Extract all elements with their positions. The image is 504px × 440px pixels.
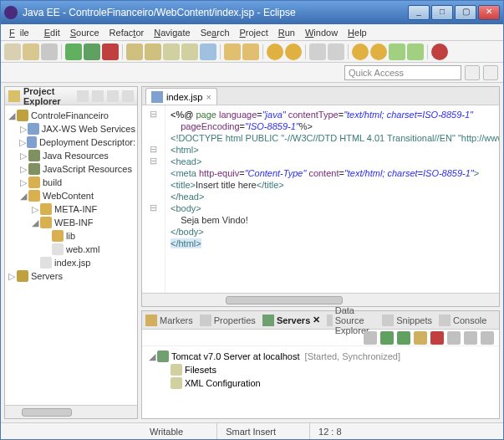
run-icon[interactable] xyxy=(65,43,82,60)
collapse-all-icon[interactable] xyxy=(77,90,89,102)
view-menu-icon[interactable] xyxy=(107,90,119,102)
tab-properties[interactable]: Properties xyxy=(200,315,256,326)
menu-project[interactable]: Project xyxy=(235,26,273,39)
terminate-icon[interactable] xyxy=(431,43,448,60)
editor-pane: index.jsp × ⊟ ⊟⊟ ⊟ <%@ page language="ja… xyxy=(141,86,500,307)
window-title: Java EE - ControleFinanceiro/WebContent/… xyxy=(23,7,406,18)
minimize-view-icon[interactable] xyxy=(122,90,134,102)
tab-markers[interactable]: Markers xyxy=(145,315,193,326)
server-name[interactable]: Tomcat v7.0 Server at localhost xyxy=(171,351,299,361)
server-clean-icon[interactable] xyxy=(464,331,477,345)
link-icon[interactable] xyxy=(328,43,344,60)
eclipse-icon xyxy=(4,6,18,19)
maximize-button[interactable]: ▢ xyxy=(455,5,476,20)
tree-webcontent[interactable]: WebContent xyxy=(43,191,94,201)
tree-jsres[interactable]: JavaScript Resources xyxy=(43,164,132,174)
menu-navigate[interactable]: Navigate xyxy=(149,26,195,39)
nav-back-icon[interactable] xyxy=(352,43,369,60)
new-project-icon[interactable] xyxy=(145,43,161,60)
editor-tab-label: index.jsp xyxy=(166,92,202,102)
tree-depdesc[interactable]: Deployment Descriptor: xyxy=(39,137,135,147)
editor-scrollbar[interactable] xyxy=(142,293,499,306)
new-icon[interactable] xyxy=(4,43,21,60)
tree-metainf[interactable]: META-INF xyxy=(54,204,97,214)
perspective-javaee-icon[interactable] xyxy=(483,65,498,80)
tree-servers[interactable]: Servers xyxy=(31,271,63,281)
tab-console[interactable]: Console xyxy=(439,315,486,326)
menubar: File Edit Source Refactor Navigate Searc… xyxy=(1,24,503,41)
server-debug-icon[interactable] xyxy=(397,331,410,345)
menu-source[interactable]: Source xyxy=(65,26,104,39)
tree-javares[interactable]: Java Resources xyxy=(43,151,109,161)
editor-tab-indexjsp[interactable]: index.jsp × xyxy=(145,88,217,105)
server-start-icon[interactable] xyxy=(380,331,394,345)
tree-webxml[interactable]: web.xml xyxy=(66,244,99,254)
stop-icon[interactable] xyxy=(102,43,119,60)
forward-icon[interactable] xyxy=(285,43,302,60)
eclipse-window: Java EE - ControleFinanceiro/WebContent/… xyxy=(0,0,504,440)
tree-jaxws[interactable]: JAX-WS Web Services xyxy=(42,124,135,134)
nav-fwd-icon[interactable] xyxy=(370,43,387,60)
server-stop-icon[interactable] xyxy=(430,331,444,345)
back-icon[interactable] xyxy=(267,43,283,60)
close-button[interactable]: ✕ xyxy=(478,5,500,20)
quick-access-input[interactable]: Quick Access xyxy=(344,65,461,80)
separator xyxy=(262,44,263,59)
tree-webinf[interactable]: WEB-INF xyxy=(54,217,93,228)
save-all-icon[interactable] xyxy=(41,43,58,60)
server-filesets[interactable]: Filesets xyxy=(185,365,216,375)
menu-edit[interactable]: Edit xyxy=(39,26,65,39)
project-explorer-header: Project Explorer xyxy=(5,87,137,105)
new-package-icon[interactable] xyxy=(181,43,198,60)
new-server-icon[interactable] xyxy=(126,43,143,60)
server-add-icon[interactable] xyxy=(481,331,494,345)
last-edit-icon[interactable] xyxy=(389,43,405,60)
minimize-button[interactable]: _ xyxy=(408,5,430,20)
next-edit-icon[interactable] xyxy=(407,43,424,60)
restore-button[interactable]: □ xyxy=(431,5,453,20)
link-editor-icon[interactable] xyxy=(92,90,104,102)
tab-snippets[interactable]: Snippets xyxy=(382,315,432,326)
tree-project[interactable]: ControleFinanceiro xyxy=(31,110,109,120)
debug-icon[interactable] xyxy=(84,43,100,60)
tree-lib[interactable]: lib xyxy=(66,231,75,241)
status-pos: 12 : 8 xyxy=(309,423,350,439)
menu-window[interactable]: Window xyxy=(300,26,343,39)
menu-file[interactable]: File xyxy=(4,26,39,39)
separator xyxy=(348,44,349,59)
editor-body[interactable]: ⊟ ⊟⊟ ⊟ <%@ page language="java" contentT… xyxy=(142,105,499,293)
project-tree[interactable]: ◢ControleFinanceiro ▷JAX-WS Web Services… xyxy=(5,105,137,405)
tree-build[interactable]: build xyxy=(43,177,62,187)
menu-search[interactable]: Search xyxy=(196,26,235,39)
server-profile-icon[interactable] xyxy=(414,331,427,345)
server-new-icon[interactable] xyxy=(364,331,377,345)
code-area[interactable]: <%@ page language="java" contentType="te… xyxy=(165,105,499,293)
menu-refactor[interactable]: Refactor xyxy=(104,26,150,39)
save-icon[interactable] xyxy=(23,43,39,60)
status-insert: Smart Insert xyxy=(216,423,284,439)
perspective-open-icon[interactable] xyxy=(465,65,480,80)
server-publish-icon[interactable] xyxy=(447,331,461,345)
search-icon[interactable] xyxy=(224,43,241,60)
servers-tree[interactable]: ◢Tomcat v7.0 Server at localhost [Starte… xyxy=(142,346,499,418)
menu-help[interactable]: Help xyxy=(343,26,372,39)
titlebar[interactable]: Java EE - ControleFinanceiro/WebContent/… xyxy=(1,1,503,24)
server-xmlconfig[interactable]: XML Configuration xyxy=(185,378,261,388)
servers-toolbar xyxy=(142,330,499,346)
quick-access-bar: Quick Access xyxy=(1,63,503,83)
sidebar-scrollbar[interactable] xyxy=(5,405,137,418)
status-bar: Writable Smart Insert 12 : 8 xyxy=(1,422,503,439)
pin-icon[interactable] xyxy=(309,43,326,60)
server-status: [Started, Synchronized] xyxy=(305,351,400,361)
menu-run[interactable]: Run xyxy=(273,26,300,39)
close-tab-icon[interactable]: × xyxy=(206,92,211,102)
separator xyxy=(427,44,428,59)
project-explorer-icon xyxy=(8,90,20,102)
tree-indexjsp[interactable]: index.jsp xyxy=(54,258,90,268)
new-file-icon[interactable] xyxy=(163,43,180,60)
main-area: index.jsp × ⊟ ⊟⊟ ⊟ <%@ page language="ja… xyxy=(141,86,500,419)
open-type-icon[interactable] xyxy=(200,43,216,60)
separator xyxy=(220,44,221,59)
annotate-icon[interactable] xyxy=(242,43,259,60)
tab-servers[interactable]: Servers ✕ xyxy=(262,315,320,326)
